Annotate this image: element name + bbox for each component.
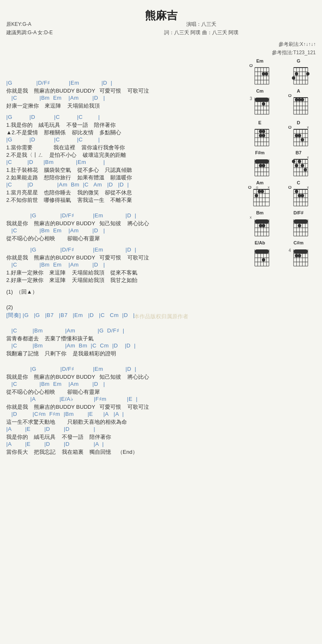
svg-text:x: x bbox=[268, 186, 270, 189]
section-break bbox=[6, 242, 230, 247]
svg-point-55 bbox=[301, 98, 304, 101]
section-break bbox=[6, 204, 230, 208]
svg-point-133 bbox=[255, 194, 258, 197]
lyric-line: 你就是我 熊麻吉的BUDDY BUDDY 可愛可恨 可歌可泣 bbox=[6, 254, 230, 262]
chord-line: |D |C♯m F♯m |Bm |E |A |A | bbox=[6, 411, 230, 418]
chord-line: |G |D/F♯ |Em |D | bbox=[6, 247, 230, 254]
svg-rect-176 bbox=[255, 249, 269, 254]
lyric-line: 我翻遍了記憶 只剩下你 是我最精彩的證明 bbox=[6, 350, 230, 357]
section-break bbox=[6, 300, 230, 304]
chord-line: |G |D/F♯ |Em |D | bbox=[6, 80, 230, 87]
chord-line: |G |D/F♯ |Em |D | bbox=[6, 366, 230, 373]
svg-rect-151 bbox=[255, 219, 269, 224]
lyric-line: 我就是你 熊麻吉的BUDDY BUDDY 知己知彼 將心比心 bbox=[6, 373, 230, 381]
svg-rect-87 bbox=[255, 159, 269, 164]
lyricist-info: 詞：八三夭 阿璞 曲：八三夭 阿璞 bbox=[164, 28, 238, 37]
chord-cm: Cm 3 bbox=[243, 88, 276, 117]
chord-line: |A |E/A♭ |F♯m |E | bbox=[6, 396, 230, 403]
svg-point-69 bbox=[259, 134, 262, 137]
chord-line: |G |D |C |C | bbox=[6, 114, 230, 121]
chord-bm: Bm x bbox=[243, 210, 276, 237]
svg-rect-189 bbox=[294, 249, 308, 254]
svg-point-147 bbox=[295, 190, 298, 193]
svg-point-163 bbox=[262, 224, 265, 227]
chord-line: [間奏] |G |G |B7 |B7 |Em |D |C Cm |D | bbox=[6, 312, 230, 319]
suggestion-info: 建議男調:G-A 女:D-E bbox=[6, 28, 53, 37]
chord-line: |G |D |C |C | bbox=[6, 136, 230, 144]
chord-line: |C |Bm Em |Am |D | bbox=[6, 381, 230, 388]
svg-text:x: x bbox=[307, 126, 309, 129]
chord-c-sharp-m: C#m 4 bbox=[282, 240, 315, 269]
lyric-line: 從不噁心的心心相映 卻能心有靈犀 bbox=[6, 235, 230, 242]
svg-point-40 bbox=[262, 102, 265, 106]
lyric-line: 2.不是我〈丨ㄥ 是怕不小心 破壞這完美的距離 bbox=[6, 151, 230, 159]
svg-point-27 bbox=[306, 72, 309, 75]
chord-line: |G |D/F♯ |Em |D | bbox=[6, 212, 230, 220]
svg-rect-164 bbox=[294, 219, 308, 224]
section-break bbox=[6, 208, 230, 212]
lyric-line: 2.好康一定揪你 來逗陣 天塌留給我頂 我甘之如飴 bbox=[6, 277, 230, 284]
lyric-line: 你就是我 熊麻吉的BUDDY BUDDY 可愛可恨 可歌可泣 bbox=[6, 87, 230, 95]
svg-text:3: 3 bbox=[250, 96, 252, 101]
chord-line: |C |Bm |Am Bm |C Cm |D |D | bbox=[6, 342, 230, 350]
svg-text:o: o bbox=[256, 186, 258, 189]
section-break bbox=[6, 319, 230, 323]
lyric-line: 從不噁心的心心相映 卻能心有靈犀 bbox=[6, 388, 230, 396]
svg-point-0 bbox=[250, 64, 252, 67]
svg-point-117 bbox=[248, 186, 251, 189]
lyric-line: 1.當月亮星星 也陪你睡去 我的微笑 卻從不休息 bbox=[6, 189, 230, 196]
svg-point-200 bbox=[295, 254, 298, 257]
svg-point-132 bbox=[261, 190, 264, 193]
ref-info: 參考刷法:X↑↓↑↓↑ 參考指法:T123_121 bbox=[272, 40, 316, 57]
chord-line: |C |D |Am Bm |C Am |D |D | bbox=[6, 181, 230, 189]
svg-point-54 bbox=[298, 98, 301, 101]
svg-point-41 bbox=[289, 94, 291, 97]
lyric-line: 我就是你 熊麻吉的BUDDY BUDDY 知己知彼 將心比心 bbox=[6, 220, 230, 227]
meta-right: 演唱：八三夭 詞：八三夭 阿璞 曲：八三夭 阿璞 bbox=[164, 20, 238, 37]
chord-diagrams: Em bbox=[241, 58, 318, 272]
svg-point-148 bbox=[298, 194, 301, 197]
svg-point-68 bbox=[262, 130, 265, 133]
lyric-line: 我是你的 絨毛玩具 不發一語 陪伴著你 bbox=[6, 433, 230, 441]
lyric-line: 當青春都逝去 丟棄了懵懂和孩子氣 bbox=[6, 335, 230, 342]
svg-point-115 bbox=[301, 164, 304, 167]
svg-text:x: x bbox=[307, 186, 309, 189]
lyric-line: (1) （回▲） bbox=[6, 288, 230, 296]
section-break bbox=[6, 110, 230, 114]
svg-point-26 bbox=[295, 72, 298, 75]
lyric-line: 你就是我 熊麻吉的BUDDY BUDDY 可愛可恨 可歌可泣 bbox=[6, 403, 230, 411]
chord-e: E bbox=[243, 120, 276, 147]
chord-f-sharp-m: F#m bbox=[243, 150, 276, 177]
chord-d: D x bbox=[282, 120, 315, 147]
main-content: |G |D/F♯ |Em |D |你就是我 熊麻吉的BUDDY BUDDY 可愛… bbox=[6, 25, 230, 456]
lyric-line: 1.我是你的 絨毛玩具 不發一語 陪伴著你 bbox=[6, 121, 230, 129]
chord-line: |C |Bm Em |Am |D | bbox=[6, 262, 230, 269]
chord-d-f-sharp: D/F# bbox=[282, 210, 315, 237]
section-break bbox=[6, 357, 230, 362]
svg-rect-29 bbox=[255, 98, 269, 102]
svg-point-162 bbox=[259, 224, 262, 227]
chord-am: Am x o bbox=[243, 180, 276, 207]
lyric-line: 1.肚子裝棉花 腦袋裝空氣 從不多心 只認真傾聽 bbox=[6, 166, 230, 174]
section-break bbox=[6, 362, 230, 366]
lyric-line: 1.好康一定揪你 來逗陣 天塌留給我頂 從來不客氣 bbox=[6, 269, 230, 277]
section-break bbox=[6, 296, 230, 300]
svg-point-98 bbox=[259, 164, 262, 167]
meta-left: 原KEY:G-A 建議男調:G-A 女:D-E bbox=[6, 20, 53, 37]
lyric-line: ▲2.不是愛情 那種關係 卻比友情 多點關心 bbox=[6, 129, 230, 136]
svg-point-134 bbox=[289, 186, 291, 189]
chord-g: G bbox=[282, 58, 315, 85]
chord-line: |C |Bm Em |Am |D | bbox=[6, 227, 230, 235]
svg-text:x: x bbox=[307, 156, 309, 159]
chord-line: |A |E |D |D |A | bbox=[6, 441, 230, 448]
svg-point-112 bbox=[292, 160, 295, 163]
svg-point-13 bbox=[265, 72, 268, 75]
chord-e-ab: E/Ab bbox=[243, 240, 276, 269]
chord-b7: B7 x bbox=[282, 150, 315, 177]
lyric-line: 1.當你需要 我在這裡 當你遠行我會等你 bbox=[6, 144, 230, 151]
svg-point-175 bbox=[298, 224, 301, 227]
svg-point-53 bbox=[295, 98, 298, 101]
chord-em: Em bbox=[243, 58, 276, 85]
page: 熊麻吉 原KEY:G-A 建議男調:G-A 女:D-E 演唱：八三夭 詞：八三夭… bbox=[0, 0, 322, 644]
lyric-line: 2.如果能走路 想陪你旅行 如果有體溫 願溫暖你 bbox=[6, 174, 230, 181]
